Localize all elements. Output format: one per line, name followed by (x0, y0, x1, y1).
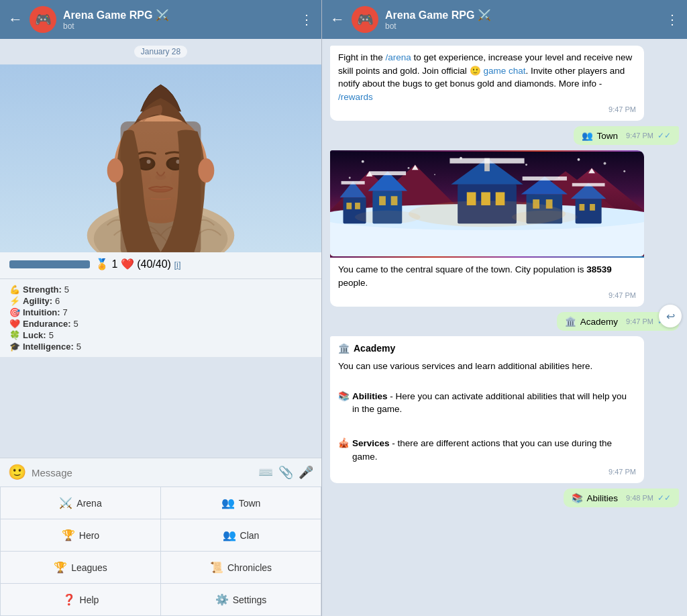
town-label-out: Town (597, 131, 619, 141)
stat-luck: 🍀 Luck: 5 (9, 330, 312, 340)
header-menu-right[interactable]: ⋮ (666, 11, 679, 28)
avatar-left: 🎮 (30, 6, 56, 33)
msg6-time: 9:48 PM (626, 494, 653, 502)
left-chat-area: January 28 (0, 39, 321, 458)
svg-rect-53 (590, 204, 595, 211)
right-panel: ← 🎮 Arena Game RPG ⚔️ bot ⋮ Fight in the… (322, 0, 687, 616)
right-header: ← 🎮 Arena Game RPG ⚔️ bot ⋮ (322, 0, 687, 39)
info-link[interactable]: [i] (174, 260, 180, 270)
msg-abilities-out: 📚 Abilities 9:48 PM ✓✓ (564, 489, 680, 507)
level-text: 🏅 1 ❤️ (40/40) [i] (95, 258, 181, 270)
abilities-item: 📚 Abilities - Here you can activate addi… (338, 390, 636, 416)
msg2-checks: ✓✓ (657, 131, 671, 140)
rewards-link[interactable]: /rewards (338, 92, 373, 102)
svg-point-60 (460, 157, 462, 160)
svg-rect-37 (370, 171, 407, 175)
academy-title: 🏛️ Academy (338, 342, 636, 355)
arena-link[interactable]: /arena (386, 52, 411, 62)
msg-town-out: 👥 Town 9:47 PM ✓✓ (574, 126, 679, 145)
academy-title-icon: 🏛️ (338, 342, 350, 355)
msg4-time: 9:47 PM (626, 317, 653, 325)
svg-point-63 (623, 170, 625, 172)
date-badge: January 28 (134, 46, 187, 58)
level-bar (9, 260, 90, 268)
keyboard-grid: ⚔️ Arena 👥 Town 🏆 Hero 👥 Clan 🏆 Leagues … (0, 486, 321, 616)
svg-point-17 (198, 158, 214, 183)
msg5-time: 9:47 PM (609, 467, 636, 478)
header-menu-left[interactable]: ⋮ (300, 11, 313, 28)
left-panel: ← 🎮 Arena Game RPG ⚔️ bot ⋮ January 28 (0, 0, 322, 616)
stat-strength: 💪 Strength: 5 (9, 285, 312, 295)
town-scene-image (330, 150, 644, 258)
stat-intuition: 🎯 Intuition: 7 (9, 307, 312, 317)
services-item: 🎪 Services - there are different actions… (338, 437, 636, 463)
header-title-left: Arena Game RPG ⚔️ (63, 9, 293, 21)
kb-settings[interactable]: ⚙️ Settings (161, 584, 321, 615)
abilities-label-out: Abilities (587, 493, 619, 503)
keyboard-icon[interactable]: ⌨️ (258, 465, 273, 480)
academy-body: You can use various services and learn a… (338, 360, 636, 373)
city-population: 38539 (586, 264, 612, 274)
svg-rect-15 (121, 121, 201, 252)
attach-icon[interactable]: 📎 (278, 465, 293, 480)
stats-list: 💪 Strength: 5 ⚡ Agility: 6 🎯 Intuition: … (0, 279, 321, 357)
svg-rect-36 (391, 196, 398, 205)
msg-intro-text1: Fight in the (338, 52, 386, 62)
svg-rect-32 (341, 181, 365, 185)
message-input[interactable] (32, 467, 253, 478)
msg2-time: 9:47 PM (626, 132, 653, 140)
game-chat-link[interactable]: game chat (483, 66, 525, 76)
svg-rect-54 (572, 183, 605, 187)
kb-clan[interactable]: 👥 Clan (161, 519, 321, 551)
svg-point-64 (434, 174, 435, 175)
character-stats-bar: 🏅 1 ❤️ (40/40) [i] (0, 252, 321, 279)
header-subtitle-right: bot (385, 21, 659, 31)
town-icon-out: 👥 (582, 130, 593, 141)
academy-icon-out: 🏛️ (565, 316, 576, 327)
header-subtitle-left: bot (63, 21, 293, 31)
msg-town-image: You came to the central square of the to… (330, 150, 644, 307)
character-portrait (0, 64, 321, 252)
back-button-right[interactable]: ← (330, 11, 345, 28)
emoji-button[interactable]: 🙂 (8, 464, 26, 481)
header-title-right: Arena Game RPG ⚔️ (385, 9, 659, 21)
town-caption: You came to the central square of the to… (330, 258, 644, 307)
svg-point-58 (362, 160, 364, 163)
svg-point-57 (512, 211, 578, 224)
kb-arena[interactable]: ⚔️ Arena (1, 487, 160, 519)
left-header: ← 🎮 Arena Game RPG ⚔️ bot ⋮ (0, 0, 321, 39)
scroll-down-button[interactable]: ↩ (659, 305, 682, 327)
svg-point-56 (355, 211, 421, 224)
msg-academy-in: 🏛️ Academy You can use various services … (330, 336, 644, 483)
avatar-right: 🎮 (352, 6, 378, 33)
kb-help[interactable]: ❓ Help (1, 584, 160, 615)
kb-chronicles[interactable]: 📜 Chronicles (161, 552, 321, 583)
svg-rect-50 (576, 199, 602, 223)
msg3-time: 9:47 PM (609, 291, 636, 301)
abilities-icon: 📚 (338, 390, 350, 403)
stat-endurance: ❤️ Endurance: 5 (9, 319, 312, 329)
svg-point-65 (558, 177, 560, 178)
kb-town[interactable]: 👥 Town (161, 487, 321, 519)
academy-title-text: Academy (354, 342, 395, 355)
kb-hero[interactable]: 🏆 Hero (1, 519, 160, 551)
msg6-checks: ✓✓ (657, 493, 671, 503)
right-chat-area: Fight in the /arena to get experience, i… (322, 39, 687, 514)
academy-label-out: Academy (580, 317, 618, 327)
svg-rect-30 (346, 203, 352, 209)
abilities-icon-out: 📚 (572, 493, 583, 503)
back-button-left[interactable]: ← (8, 11, 23, 28)
mic-icon[interactable]: 🎤 (299, 465, 313, 480)
svg-point-67 (349, 177, 351, 179)
msg-intro: Fight in the /arena to get experience, i… (330, 46, 644, 121)
stat-agility: ⚡ Agility: 6 (9, 296, 312, 306)
svg-point-59 (408, 167, 410, 169)
svg-rect-31 (355, 203, 360, 209)
services-icon: 🎪 (338, 437, 350, 450)
stat-intelligence: 🎓 Intelligence: 5 (9, 342, 312, 352)
right-chat-wrapper: Fight in the /arena to get experience, i… (322, 39, 687, 616)
header-info-left: Arena Game RPG ⚔️ bot (63, 9, 293, 31)
kb-leagues[interactable]: 🏆 Leagues (1, 552, 160, 583)
svg-point-66 (604, 162, 606, 165)
message-input-bar: 🙂 ⌨️ 📎 🎤 (0, 458, 321, 486)
